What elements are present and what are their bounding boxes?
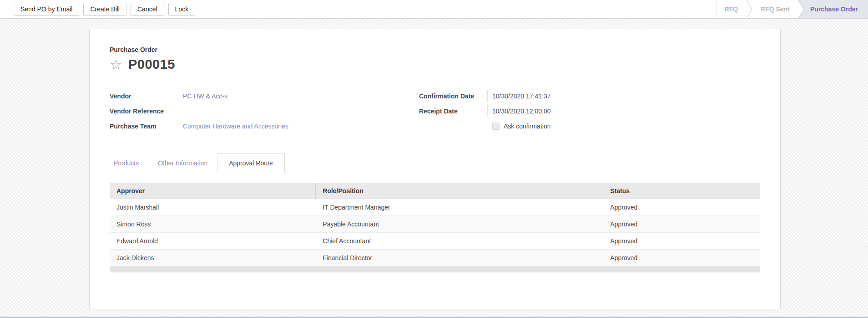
cell-status[interactable]: Approved [603,216,760,232]
vendor-label: Vendor [110,92,178,100]
cell-status[interactable]: Approved [603,250,760,266]
cell-status[interactable]: Approved [603,199,760,215]
lock-button[interactable]: Lock [168,3,196,16]
table-row[interactable]: Jack Dickens Financial Director Approved [110,250,760,267]
field-row-vendor: Vendor PC HW & Acc-s [110,88,419,103]
cell-role[interactable]: Chief Accountant [316,233,603,249]
column-header-approver[interactable]: Approver [110,183,316,199]
horizontal-scrollbar[interactable] [110,267,760,272]
document-type-label: Purchase Order [110,46,760,53]
create-bill-button[interactable]: Create Bill [83,3,126,16]
table-row[interactable]: Simon Ross Payable Accountant Approved [110,216,760,233]
cell-status[interactable]: Approved [603,233,760,249]
field-row-receipt-date: Receipt Date 10/30/2020 12:00:00 [419,103,760,118]
receipt-date-value: 10/30/2020 12:00:00 [487,105,760,117]
cell-role[interactable]: Financial Director [316,250,603,266]
title-line: ☆ P00015 [110,57,760,72]
field-group-left: Vendor PC HW & Acc-s Vendor Reference Pu… [110,88,419,133]
ask-confirmation-checkbox[interactable] [492,123,500,130]
field-row-vendor-reference: Vendor Reference [110,103,419,118]
tab-products[interactable]: Products [110,154,148,173]
column-header-status[interactable]: Status [603,183,760,199]
notebook-tabs: Products Other Information Approval Rout… [110,154,760,173]
favorite-star-icon[interactable]: ☆ [110,58,122,72]
tab-approval-route[interactable]: Approval Route [217,153,285,173]
statusbar: RFQ RFQ Sent Purchase Order [717,0,868,18]
purchase-order-form: Purchase Order ☆ P00015 Vendor PC HW & A… [89,29,781,309]
confirmation-date-value: 10/30/2020 17:41:37 [487,90,760,102]
table-header-row: Approver Role/Position Status [110,183,760,199]
table-row[interactable]: Justin Marshall IT Department Manager Ap… [110,199,760,216]
cell-approver[interactable]: Simon Ross [110,216,316,232]
chevron-right-icon [746,0,753,19]
cell-approver[interactable]: Justin Marshall [110,199,316,215]
statusbar-step-rfq[interactable]: RFQ [717,0,746,18]
field-row-ask-confirmation: Ask confirmation [419,118,760,133]
statusbar-step-purchase-order[interactable]: Purchase Order [797,0,868,18]
purchase-team-value-link[interactable]: Computer Hardware and Accessories [183,123,288,130]
vendor-reference-label: Vendor Reference [110,108,178,115]
cell-role[interactable]: Payable Accountant [316,216,603,232]
purchase-team-label: Purchase Team [110,123,178,130]
statusbar-step-rfq-sent[interactable]: RFQ Sent [753,0,797,18]
vendor-reference-value[interactable] [178,105,419,117]
vendor-value-link[interactable]: PC HW & Acc-s [183,92,227,100]
confirmation-date-label: Confirmation Date [419,92,487,100]
receipt-date-label: Receipt Date [419,108,487,115]
approval-route-table: Approver Role/Position Status Justin Mar… [110,183,760,272]
cell-approver[interactable]: Jack Dickens [110,250,316,266]
field-groups: Vendor PC HW & Acc-s Vendor Reference Pu… [110,88,760,133]
top-control-bar: Send PO by Email Create Bill Cancel Lock… [0,0,868,19]
document-name: P00015 [128,57,175,72]
cell-role[interactable]: IT Department Manager [316,199,603,215]
cell-approver[interactable]: Edward Arnold [110,233,316,249]
send-po-by-email-button[interactable]: Send PO by Email [14,3,79,16]
column-header-role-position[interactable]: Role/Position [316,183,603,199]
ask-confirmation-label: Ask confirmation [504,123,550,130]
field-group-right: Confirmation Date 10/30/2020 17:41:37 Re… [419,88,760,133]
tab-other-information[interactable]: Other Information [148,154,217,173]
field-row-purchase-team: Purchase Team Computer Hardware and Acce… [110,118,419,133]
field-row-confirmation-date: Confirmation Date 10/30/2020 17:41:37 [419,88,760,103]
table-row[interactable]: Edward Arnold Chief Accountant Approved [110,233,760,250]
cancel-button[interactable]: Cancel [131,3,164,16]
chevron-right-icon [797,0,805,19]
